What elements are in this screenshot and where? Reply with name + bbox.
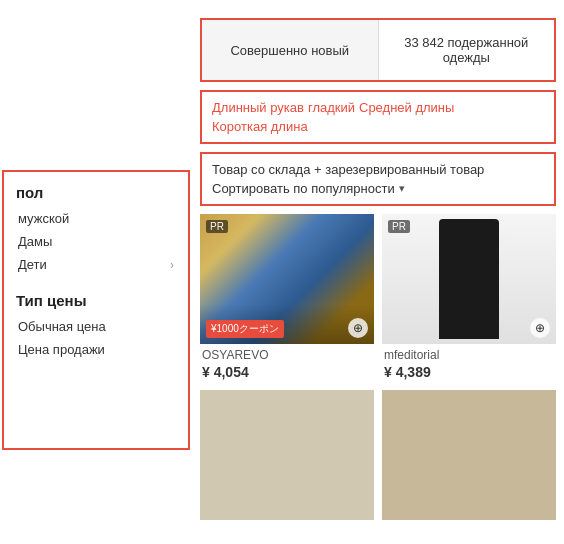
product-brand-1: OSYAREVO: [202, 348, 372, 362]
sidebar-item-children[interactable]: Дети ›: [16, 253, 176, 276]
product-price-2: ¥ 4,389: [384, 364, 554, 380]
product-info-2: mfeditorial ¥ 4,389: [382, 344, 556, 382]
product-price-1: ¥ 4,054: [202, 364, 372, 380]
sort-bar-sort-selector[interactable]: Сортировать по популярности ▾: [212, 181, 544, 196]
product-card-4[interactable]: [382, 390, 556, 528]
product-image-wrapper-1: PR ¥1000クーポン ⊕: [200, 214, 374, 344]
sidebar-item-regular-price[interactable]: Обычная цена: [16, 315, 176, 338]
sidebar-item-female[interactable]: Дамы: [16, 230, 176, 253]
pr-badge-1: PR: [206, 220, 228, 233]
condition-box: Совершенно новый 33 842 подержанной одеж…: [200, 18, 556, 82]
condition-new[interactable]: Совершенно новый: [202, 20, 379, 80]
product-image-wrapper-4: [382, 390, 556, 520]
product-image-4: [382, 390, 556, 520]
sidebar-item-male[interactable]: мужской: [16, 207, 176, 230]
gender-section-title: пол: [16, 184, 176, 201]
chevron-down-icon: ▾: [399, 182, 405, 195]
product-figure-2: [439, 219, 499, 339]
product-image-wrapper-3: [200, 390, 374, 520]
condition-new-label: Совершенно новый: [230, 43, 349, 58]
sidebar-item-label: Дети: [18, 257, 47, 272]
product-brand-2: mfeditorial: [384, 348, 554, 362]
sidebar-item-sale-price[interactable]: Цена продажи: [16, 338, 176, 361]
product-image-wrapper-2: PR ⊕: [382, 214, 556, 344]
sidebar-item-label: мужской: [18, 211, 69, 226]
main-content: Совершенно новый 33 842 подержанной одеж…: [194, 18, 564, 544]
pr-badge-2: PR: [388, 220, 410, 233]
product-info-4: [382, 520, 556, 528]
product-info-3: [200, 520, 374, 528]
product-card-1[interactable]: PR ¥1000クーポン ⊕ OSYAREVO ¥ 4,054: [200, 214, 374, 382]
chevron-right-icon: ›: [170, 258, 174, 272]
product-image-3: [200, 390, 374, 520]
filter-tag-midi[interactable]: Средней длины: [359, 100, 454, 115]
price-section-title: Тип цены: [16, 292, 176, 309]
sidebar-item-label: Дамы: [18, 234, 52, 249]
filter-tag-long-sleeve[interactable]: Длинный рукав: [212, 100, 304, 115]
zoom-icon-1[interactable]: ⊕: [348, 318, 368, 338]
sort-bar-sort-label: Сортировать по популярности: [212, 181, 395, 196]
filter-tag-short[interactable]: Короткая длина: [212, 119, 308, 134]
condition-used[interactable]: 33 842 подержанной одежды: [379, 20, 555, 80]
sidebar-item-label: Цена продажи: [18, 342, 105, 357]
condition-used-label: 33 842 подержанной одежды: [387, 35, 547, 65]
sort-bar: Товар со склада + зарезервированный това…: [200, 152, 556, 206]
coupon-badge-1: ¥1000クーポン: [206, 320, 284, 338]
product-info-1: OSYAREVO ¥ 4,054: [200, 344, 374, 382]
product-grid: PR ¥1000クーポン ⊕ OSYAREVO ¥ 4,054 P: [200, 214, 556, 528]
sort-bar-stock-info: Товар со склада + зарезервированный това…: [212, 162, 544, 177]
filter-tags-box: Длинный рукав гладкий Средней длины Коро…: [200, 90, 556, 144]
product-card-2[interactable]: PR ⊕ mfeditorial ¥ 4,389: [382, 214, 556, 382]
product-card-3[interactable]: [200, 390, 374, 528]
zoom-icon-2[interactable]: ⊕: [530, 318, 550, 338]
sidebar: пол мужской Дамы Дети › Тип цены Обычная…: [2, 170, 190, 450]
sidebar-item-label: Обычная цена: [18, 319, 106, 334]
filter-tag-smooth[interactable]: гладкий: [308, 100, 355, 115]
